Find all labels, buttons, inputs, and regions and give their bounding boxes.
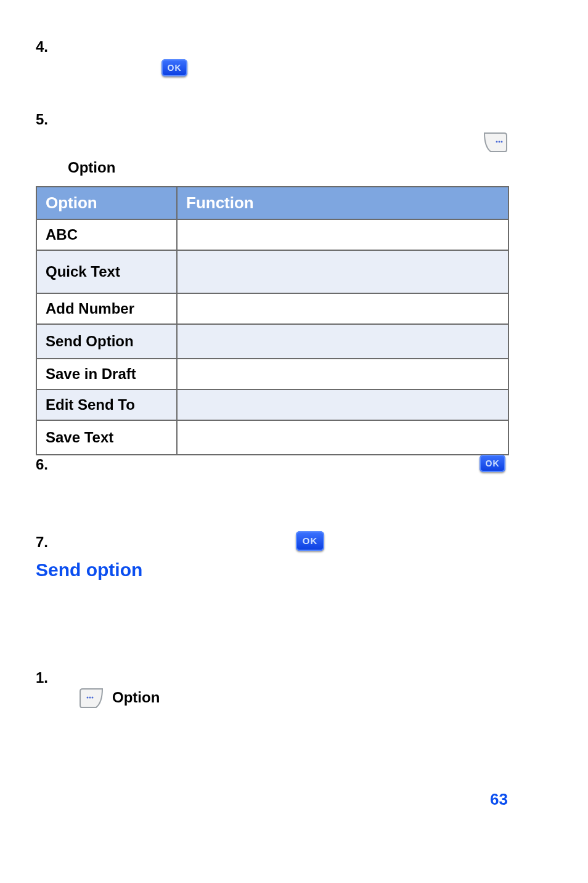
table-row: ABC (36, 219, 508, 250)
page-number: 63 (490, 790, 508, 809)
step-1-number: 1. (36, 669, 48, 686)
table-row: Edit Send To (36, 389, 508, 420)
table-cell-function (177, 219, 508, 250)
table-cell-function (177, 420, 508, 455)
option-label-above-table: Option (68, 159, 115, 176)
svg-point-4 (89, 697, 91, 699)
table-row: Send Option (36, 324, 508, 359)
step-7-number: 7. (36, 534, 48, 551)
step-5-number: 5. (36, 111, 48, 128)
table-row: Save Text (36, 420, 508, 455)
table-cell-option: Add Number (36, 293, 177, 324)
table-cell-option: ABC (36, 219, 177, 250)
table-cell-function (177, 293, 508, 324)
section-heading-send-option: Send option (36, 560, 142, 580)
table-cell-option: Edit Send To (36, 389, 177, 420)
svg-point-5 (92, 697, 94, 699)
option-label-step1: Option (112, 689, 160, 706)
table-cell-function (177, 389, 508, 420)
ok-icon: OK (296, 531, 324, 551)
step-6-number: 6. (36, 456, 48, 473)
step-4-number: 4. (36, 38, 48, 55)
softkey-left-icon (79, 686, 105, 709)
svg-point-3 (87, 697, 89, 699)
ok-icon: OK (480, 455, 505, 472)
table-header-function: Function (177, 187, 508, 219)
table-cell-function (177, 359, 508, 389)
options-table: Option Function ABC Quick Text Add Numbe… (36, 186, 509, 455)
svg-point-2 (501, 141, 503, 143)
table-cell-function (177, 324, 508, 359)
svg-point-1 (499, 141, 500, 143)
table-cell-option: Save Text (36, 420, 177, 455)
svg-point-0 (496, 141, 498, 143)
ok-icon: OK (161, 59, 187, 76)
table-header-option: Option (36, 187, 177, 219)
softkey-right-icon (482, 131, 508, 153)
table-cell-option: Quick Text (36, 250, 177, 293)
table-row: Save in Draft (36, 359, 508, 389)
table-row: Quick Text (36, 250, 508, 293)
table-cell-option: Send Option (36, 324, 177, 359)
table-cell-function (177, 250, 508, 293)
table-cell-option: Save in Draft (36, 359, 177, 389)
table-row: Add Number (36, 293, 508, 324)
page: 4. OK 5. Option Option Function ABC Quic… (0, 0, 588, 883)
